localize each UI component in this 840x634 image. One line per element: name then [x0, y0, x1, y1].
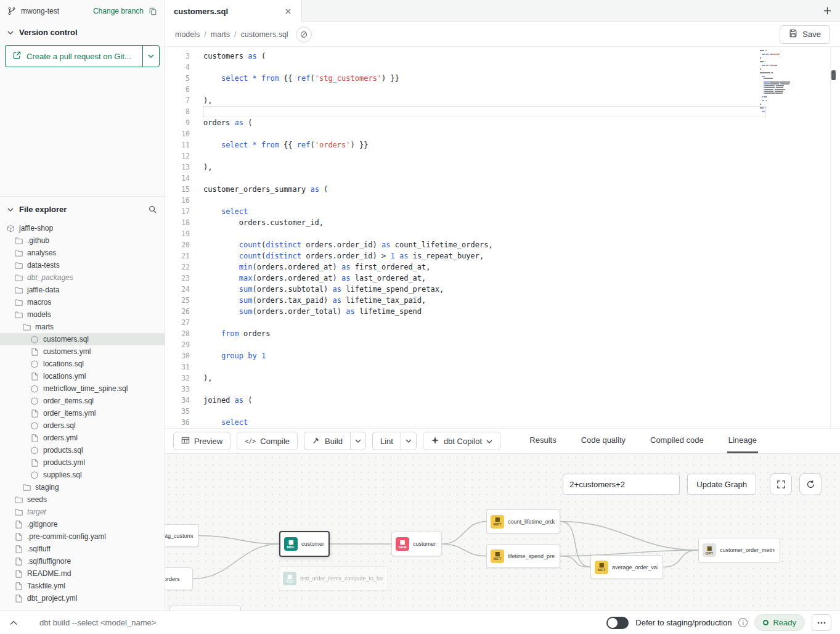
- copilot-button[interactable]: dbt Copilot: [423, 432, 500, 450]
- code-line-28[interactable]: 28 from orders: [165, 328, 840, 339]
- breadcrumb-part[interactable]: customers.sql: [241, 30, 288, 39]
- tree-item-metricflow_time_spine.sql[interactable]: metricflow_time_spine.sql: [0, 382, 165, 395]
- search-icon[interactable]: [147, 204, 158, 215]
- code-editor[interactable]: 3customers as (45 select * from {{ ref('…: [165, 47, 840, 428]
- pr-dropdown-button[interactable]: [142, 45, 160, 67]
- code-line-18[interactable]: 18 orders.customer_id,: [165, 217, 840, 228]
- tab-results[interactable]: Results: [528, 429, 557, 453]
- code-line-32[interactable]: 32),: [165, 373, 840, 384]
- tree-item-.github[interactable]: .github: [0, 234, 165, 247]
- tree-item-jaffle-shop[interactable]: jaffle-shop: [0, 222, 165, 234]
- code-line-4[interactable]: 4: [165, 62, 840, 73]
- tree-item-order_items.sql[interactable]: order_items.sql: [0, 395, 165, 407]
- tree-item-orders.yml[interactable]: orders.yml: [0, 432, 165, 444]
- tab-code-quality[interactable]: Code quality: [580, 429, 627, 453]
- tree-item-locations.sql[interactable]: locations.sql: [0, 358, 165, 370]
- version-control-header[interactable]: Version control: [0, 22, 165, 43]
- code-line-33[interactable]: 33: [165, 384, 840, 395]
- save-button[interactable]: Save: [780, 25, 830, 44]
- build-button[interactable]: Build: [304, 432, 350, 450]
- lineage-selector-input[interactable]: [563, 474, 680, 495]
- code-line-13[interactable]: 13),: [165, 162, 840, 173]
- lineage-node-lifetime_spend_pretax[interactable]: ▦METlifetime_spend_pretax: [486, 544, 560, 568]
- chevron-down-icon[interactable]: [6, 29, 15, 36]
- tree-item-.gitignore[interactable]: .gitignore: [0, 518, 165, 530]
- lineage-node-customer_order_metrics[interactable]: ▦QRYcustomer_order_metrics: [698, 538, 780, 562]
- code-line-27[interactable]: 27: [165, 317, 840, 328]
- code-line-12[interactable]: 12: [165, 150, 840, 162]
- docs-icon[interactable]: [296, 27, 312, 43]
- file-explorer-header[interactable]: File explorer: [0, 197, 165, 221]
- code-line-29[interactable]: 29: [165, 339, 840, 350]
- breadcrumb-part[interactable]: marts: [211, 30, 230, 39]
- cli-command[interactable]: dbt build --select <model_name>: [39, 618, 156, 627]
- copy-icon[interactable]: [147, 6, 158, 17]
- new-tab-button[interactable]: [814, 0, 840, 22]
- tree-item-customers.yml[interactable]: customers.yml: [0, 345, 165, 358]
- tree-item-staging[interactable]: staging: [0, 481, 165, 493]
- tree-item-data-tests[interactable]: data-tests: [0, 259, 165, 271]
- tab-lineage[interactable]: Lineage: [727, 429, 758, 453]
- create-pr-button[interactable]: Create a pull request on Git...: [5, 45, 142, 67]
- code-line-23[interactable]: 23 max(orders.ordered_at) as last_ordere…: [165, 273, 840, 284]
- code-line-20[interactable]: 20 count(distinct orders.order_id) as co…: [165, 239, 840, 250]
- tree-item-dbt_packages[interactable]: dbt_packages: [0, 271, 165, 284]
- code-line-7[interactable]: 7),: [165, 95, 840, 106]
- tree-item-seeds[interactable]: seeds: [0, 493, 165, 506]
- tree-item-products.sql[interactable]: products.sql: [0, 444, 165, 456]
- scrollbar[interactable]: [830, 47, 836, 428]
- lineage-node-partial_node[interactable]: [169, 606, 241, 611]
- tree-item-order_items.yml[interactable]: order_items.yml: [0, 407, 165, 419]
- lint-dropdown-button[interactable]: [401, 432, 417, 450]
- code-line-34[interactable]: 34joined as (: [165, 395, 840, 406]
- defer-toggle[interactable]: [606, 617, 629, 629]
- tree-item-jaffle-data[interactable]: jaffle-data: [0, 284, 165, 296]
- scrollbar-thumb[interactable]: [831, 70, 836, 80]
- code-line-17[interactable]: 17 select: [165, 206, 840, 217]
- code-line-6[interactable]: 6: [165, 84, 840, 95]
- chevron-up-icon[interactable]: [9, 619, 18, 627]
- fullscreen-icon[interactable]: [770, 473, 792, 495]
- code-line-5[interactable]: 5 select * from {{ ref('stg_customers') …: [165, 73, 840, 84]
- update-graph-button[interactable]: Update Graph: [687, 474, 756, 495]
- code-line-15[interactable]: 15customer_orders_summary as (: [165, 184, 840, 195]
- change-branch-link[interactable]: Change branch: [93, 7, 144, 15]
- code-line-10[interactable]: 10: [165, 128, 840, 139]
- code-line-25[interactable]: 25 sum(orders.tax_paid) as lifetime_tax_…: [165, 295, 840, 306]
- lint-button[interactable]: Lint: [372, 432, 401, 450]
- lineage-node-count_lifetime_orders[interactable]: ▦METcount_lifetime_orders: [486, 509, 560, 533]
- tree-item-macros[interactable]: macros: [0, 296, 165, 308]
- code-line-14[interactable]: 14: [165, 173, 840, 184]
- tree-item-products.yml[interactable]: products.yml: [0, 456, 165, 469]
- refresh-icon[interactable]: [799, 473, 822, 495]
- tree-item-Taskfile.yml[interactable]: Taskfile.yml: [0, 580, 165, 592]
- tree-item-.sqlfluff[interactable]: .sqlfluff: [0, 543, 165, 555]
- tree-item-locations.yml[interactable]: locations.yml: [0, 370, 165, 382]
- code-line-9[interactable]: 9orders as (: [165, 117, 840, 128]
- lineage-node-orders[interactable]: ▦MDLorders: [165, 567, 193, 590]
- tree-item-orders.sql[interactable]: orders.sql: [0, 419, 165, 432]
- code-line-16[interactable]: 16: [165, 195, 840, 206]
- compile-button[interactable]: </> Compile: [237, 432, 298, 450]
- lineage-node-average_order_value[interactable]: ▦METaverage_order_value: [590, 555, 663, 579]
- editor-tab-customers-sql[interactable]: customers.sql: [165, 0, 302, 22]
- tab-compiled-code[interactable]: Compiled code: [649, 429, 705, 453]
- code-line-24[interactable]: 24 sum(orders.subtotal) as lifetime_spen…: [165, 284, 840, 295]
- tree-item-marts[interactable]: marts: [0, 321, 165, 333]
- code-line-22[interactable]: 22 min(orders.ordered_at) as first_order…: [165, 261, 840, 273]
- code-line-26[interactable]: 26 sum(orders.order_total) as lifetime_s…: [165, 306, 840, 317]
- code-line-8[interactable]: 8: [165, 106, 840, 117]
- tree-item-target[interactable]: target: [0, 506, 165, 518]
- preview-button[interactable]: Preview: [173, 432, 230, 450]
- lineage-node-stg_customers[interactable]: ▦MDLstg_customers: [165, 524, 198, 547]
- code-line-3[interactable]: 3customers as (: [165, 51, 840, 62]
- more-options-button[interactable]: [812, 614, 831, 631]
- tree-item-README.md[interactable]: README.md: [0, 567, 165, 580]
- tree-item-.sqlfluffignore[interactable]: .sqlfluffignore: [0, 555, 165, 567]
- minimap[interactable]: [759, 48, 808, 114]
- code-line-11[interactable]: 11 select * from {{ ref('orders') }}: [165, 139, 840, 150]
- tree-item-.pre-commit-config.yaml[interactable]: .pre-commit-config.yaml: [0, 530, 165, 543]
- lineage-node-test_order_items[interactable]: ▦TSTtest_order_items_compute_to_bools...: [279, 566, 388, 591]
- code-line-19[interactable]: 19: [165, 228, 840, 239]
- build-dropdown-button[interactable]: [350, 432, 366, 450]
